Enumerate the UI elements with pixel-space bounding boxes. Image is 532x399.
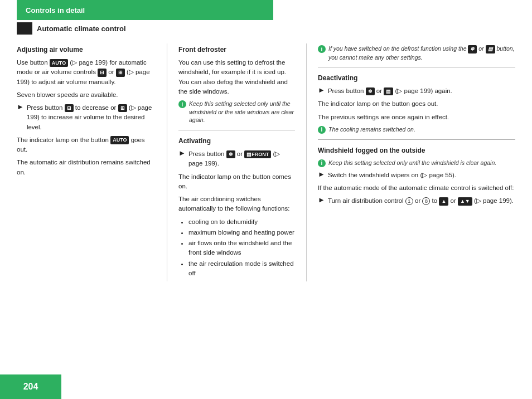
deact-front-icon: ▤ (384, 87, 393, 96)
auto-btn-small-icon: AUTO (110, 136, 129, 144)
content-area: Adjusting air volume Use button AUTO (▷ … (17, 43, 515, 281)
section-title-bar: Automatic climate control (17, 20, 532, 37)
activating-arrow-text: Press button ❄ or ▤FRONT (▷ page 199). (188, 149, 295, 169)
defrost-btn-icon: ❄ (226, 150, 235, 159)
page-number: 204 (23, 382, 38, 392)
middle-para1: You can use this setting to defrost the … (178, 58, 295, 96)
ws-arrow2-text: Turn air distribution control 1 or 8 to … (328, 196, 514, 206)
bullet-item: air flows onto the windshield and the fr… (188, 239, 295, 258)
deactivating-heading: Deactivating (318, 73, 515, 83)
front-btn-icon: ▤FRONT (244, 150, 271, 159)
left-column: Adjusting air volume Use button AUTO (▷ … (17, 43, 167, 281)
section-black-rect (17, 22, 32, 35)
right-info3: i Keep this setting selected only until … (318, 159, 515, 167)
left-heading: Adjusting air volume (17, 45, 156, 55)
defrost-ref-icon: ❄ (468, 45, 477, 53)
front-ref-icon: ▤ (486, 45, 495, 53)
bullet-item: maximum blowing and heating power (188, 228, 295, 237)
vol-down-icon: ⊟ (98, 69, 107, 77)
activating-para2: The air conditioning switches automatica… (178, 194, 295, 214)
middle-info1: i Keep this setting selected only until … (178, 100, 295, 124)
right-divider2 (318, 139, 515, 140)
info-icon1: i (178, 100, 186, 108)
auto-button-icon: AUTO (50, 59, 68, 67)
info-icon3: i (318, 126, 326, 134)
right-info3-text: Keep this setting selected only until th… (328, 159, 496, 167)
left-para1: Use button AUTO (▷ page 199) for automat… (17, 58, 156, 87)
right-column: i If you have switched on the defrost fu… (307, 43, 515, 281)
header-title: Controls in detail (26, 6, 85, 14)
bullet-item: the air recirculation mode is switched o… (188, 259, 295, 279)
right-info1: i If you have switched on the defrost fu… (318, 45, 515, 61)
circle-1-icon: 1 (405, 197, 413, 205)
arrow-sym-deact: ► (318, 86, 325, 94)
info-icon4: i (318, 159, 326, 167)
activating-heading: Activating (178, 136, 295, 146)
page-container: Controls in detail Automatic climate con… (0, 0, 532, 399)
deact-arrow-text: Press button ❄ or ▤ (▷ page 199) again. (328, 86, 452, 96)
deact-para1: The indicator lamp on the button goes ou… (318, 99, 515, 109)
bullet-item: cooling on to dehumidify (188, 217, 295, 227)
arrow-sym-ws2: ► (318, 196, 325, 204)
arrow-sym-ws1: ► (318, 170, 325, 178)
left-arrow1: ► Press button ⊟ to decrease or ⊞ (▷ pag… (17, 103, 156, 132)
windshield-heading: Windshield fogged on the outside (318, 145, 515, 155)
right-info1-text: If you have switched on the defrost func… (328, 45, 515, 61)
left-para2: Seven blower speeds are available. (17, 90, 156, 100)
section-title: Automatic climate control (37, 25, 126, 33)
middle-column: Front defroster You can use this setting… (167, 43, 307, 281)
info-icon2: i (318, 45, 326, 53)
ws-arrow2: ► Turn air distribution control 1 or 8 t… (318, 196, 515, 206)
ws-arrow1: ► Switch the windshield wipers on (▷ pag… (318, 171, 515, 180)
left-para3: The indicator lamp on the button AUTO go… (17, 135, 156, 155)
middle-info1-text: Keep this setting selected only until th… (189, 100, 295, 124)
page-footer: 204 (0, 374, 61, 399)
arrow-sym1: ► (17, 103, 24, 111)
right-divider1 (318, 67, 515, 67)
left-arrow1-text: Press button ⊟ to decrease or ⊞ (▷ page … (27, 103, 156, 132)
dist-icon2: ▲▼ (458, 197, 472, 206)
circle-8-icon: 8 (422, 197, 430, 205)
right-info2-text: The cooling remains switched on. (328, 125, 415, 134)
activating-bullets: cooling on to dehumidify maximum blowing… (188, 217, 295, 279)
left-para4: The automatic air distribution remains s… (17, 158, 156, 177)
middle-heading: Front defroster (178, 45, 295, 55)
arrow-sym-act: ► (178, 149, 186, 157)
deact-para2: The previous settings are once again in … (318, 113, 515, 122)
deact-defrost-icon: ❄ (366, 87, 375, 96)
dist-icon1: ▲ (439, 197, 448, 206)
increase-btn-icon: ⊞ (118, 104, 127, 113)
right-info2: i The cooling remains switched on. (318, 125, 515, 134)
decrease-btn-icon: ⊟ (65, 104, 74, 113)
header-bar: Controls in detail (17, 0, 273, 20)
middle-divider (178, 130, 295, 130)
ws-para: If the automatic mode of the automatic c… (318, 183, 515, 193)
vol-up-icon: ⊞ (116, 69, 125, 77)
ws-arrow1-text: Switch the windshield wipers on (▷ page … (328, 171, 456, 180)
activating-arrow: ► Press button ❄ or ▤FRONT (▷ page 199). (178, 149, 295, 169)
activating-para1: The indicator lamp on the button comes o… (178, 172, 295, 192)
deact-arrow: ► Press button ❄ or ▤ (▷ page 199) again… (318, 86, 515, 96)
